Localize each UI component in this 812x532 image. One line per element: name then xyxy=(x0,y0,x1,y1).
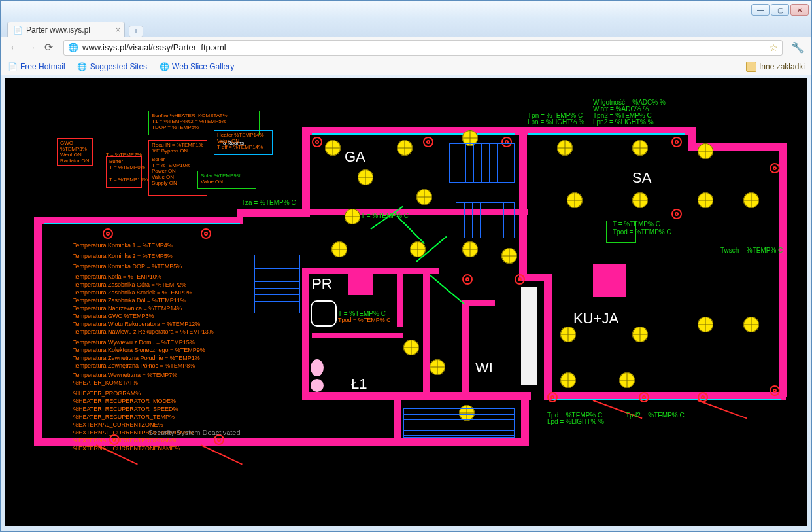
door-icon xyxy=(429,274,465,305)
reload-button[interactable]: ⟳ xyxy=(40,39,57,56)
sensor-icon[interactable] xyxy=(671,209,682,219)
light-icon[interactable] xyxy=(560,327,576,342)
light-icon[interactable] xyxy=(325,140,341,156)
sensor-icon[interactable] xyxy=(770,385,780,396)
sensor-icon[interactable] xyxy=(671,137,682,147)
door-icon xyxy=(396,215,425,244)
light-icon[interactable] xyxy=(567,192,583,208)
stairs-icon xyxy=(403,408,515,438)
globe-icon: 🌐 xyxy=(68,43,78,52)
light-icon[interactable] xyxy=(557,140,573,156)
maximize-button[interactable]: ▢ xyxy=(771,4,789,16)
tab-strip: 📄 Parter www.isys.pl × + xyxy=(1,19,811,37)
tab-close-icon[interactable]: × xyxy=(116,26,120,35)
security-status: Security System Deactivated xyxy=(148,429,241,436)
settings-wrench-icon[interactable]: 🔧 xyxy=(789,39,806,56)
light-icon[interactable] xyxy=(743,192,759,208)
wall xyxy=(312,333,403,338)
light-icon[interactable] xyxy=(358,169,373,185)
bookmark-star-icon[interactable]: ☆ xyxy=(770,43,778,53)
light-icon[interactable] xyxy=(462,241,478,257)
buffer-panel[interactable]: Buffer T = %TEMP0% T = %TEMP11% xyxy=(106,156,142,188)
light-icon[interactable] xyxy=(403,340,419,355)
minimize-button[interactable]: — xyxy=(751,4,770,16)
light-icon[interactable] xyxy=(632,140,648,156)
room-label-ku: KU+JA xyxy=(573,310,618,327)
sink-icon xyxy=(311,379,324,392)
door-icon xyxy=(698,400,747,419)
floor-plan[interactable]: GA SA PR Ł1 WI KU+JA xyxy=(5,78,807,526)
room-label-ga: GA xyxy=(345,149,365,166)
light-icon[interactable] xyxy=(560,372,576,388)
light-icon[interactable] xyxy=(698,143,713,159)
tza-reading: Tza = %TEMP% C xyxy=(241,199,296,206)
wall-accent xyxy=(44,223,240,224)
folder-icon xyxy=(746,62,756,72)
lpn-reading: Lpn = %LIGHT% % xyxy=(528,118,584,126)
tab-title: Parter www.isys.pl xyxy=(26,26,90,35)
toilet-icon xyxy=(522,359,537,378)
wall-accent xyxy=(528,133,685,135)
light-icon[interactable] xyxy=(632,192,648,208)
new-tab-button[interactable]: + xyxy=(129,26,143,37)
light-icon[interactable] xyxy=(743,317,759,332)
gwc-panel[interactable]: GWC %TEMP3% Went ON Radiator ON xyxy=(57,138,93,166)
bookmark-suggested-sites[interactable]: 🌐Suggested Sites xyxy=(77,62,147,72)
light-icon[interactable] xyxy=(331,241,347,257)
wall-accent xyxy=(312,133,515,135)
bookmark-web-slice[interactable]: 🌐Web Slice Gallery xyxy=(159,62,234,72)
sensor-icon[interactable] xyxy=(515,274,525,285)
light-icon[interactable] xyxy=(698,192,713,208)
sensor-icon[interactable] xyxy=(462,274,473,285)
sink-icon xyxy=(522,340,537,354)
wall xyxy=(394,438,528,446)
titlebar: — ▢ ✕ xyxy=(1,1,811,19)
wall xyxy=(237,209,310,217)
light-icon[interactable] xyxy=(416,189,432,205)
wall xyxy=(544,274,552,400)
room-label-pr: PR xyxy=(312,275,332,293)
heater14-panel[interactable]: Heater %TEMP14% Value ON T off = %TEMP14… xyxy=(214,130,273,155)
sensor-icon[interactable] xyxy=(547,392,558,402)
wall xyxy=(34,217,42,444)
room-label-wi: WI xyxy=(475,359,493,376)
sensor-icon[interactable] xyxy=(201,228,211,239)
light-icon[interactable] xyxy=(632,327,648,342)
wall xyxy=(462,300,469,399)
address-bar[interactable]: 🌐 www.isys.pl/visual/easy/Parter_ftp.xml… xyxy=(63,40,783,56)
toilet-icon xyxy=(311,359,324,376)
wall-accent xyxy=(552,399,781,400)
window-frame: — ▢ ✕ 📄 Parter www.isys.pl × + ← → ⟳ 🌐 w… xyxy=(0,0,812,532)
browser-tab[interactable]: 📄 Parter www.isys.pl × xyxy=(7,22,125,37)
light-icon[interactable] xyxy=(345,209,360,224)
fixture-icon xyxy=(593,264,626,297)
tpod-reading: Tpod = %TEMP% C xyxy=(338,317,391,323)
sensor-icon[interactable] xyxy=(639,392,649,402)
wall xyxy=(779,143,787,397)
wall xyxy=(302,268,439,274)
sensor-icon[interactable] xyxy=(103,228,113,239)
sensor-icon[interactable] xyxy=(312,137,322,147)
light-icon[interactable] xyxy=(698,317,713,332)
back-button[interactable]: ← xyxy=(6,39,23,56)
page-viewport: GA SA PR Ł1 WI KU+JA xyxy=(5,78,807,526)
forward-button[interactable]: → xyxy=(23,39,40,56)
light-icon[interactable] xyxy=(397,140,413,156)
wall xyxy=(519,133,527,281)
page-icon: 📄 xyxy=(13,26,22,35)
other-bookmarks-folder[interactable]: Inne zakładki xyxy=(746,62,805,72)
tpod-reading: Tpod = %TEMP% C xyxy=(613,228,671,236)
lpn2-reading: Lpn2 = %LIGHT% % xyxy=(593,118,654,126)
light-icon[interactable] xyxy=(619,372,635,388)
light-icon[interactable] xyxy=(501,248,517,264)
fixture-icon xyxy=(348,274,373,295)
stairs-icon xyxy=(449,143,515,183)
sensor-icon[interactable] xyxy=(423,137,433,147)
sensor-icon[interactable] xyxy=(770,163,780,173)
room-label-sa: SA xyxy=(632,169,651,186)
solar-panel[interactable]: Solar %TEMP9% Value ON xyxy=(197,171,256,189)
light-icon[interactable] xyxy=(430,359,445,375)
close-button[interactable]: ✕ xyxy=(790,4,809,16)
t-reading: T = %TEMP% C xyxy=(613,221,660,228)
bookmark-free-hotmail[interactable]: 📄Free Hotmail xyxy=(7,62,65,72)
